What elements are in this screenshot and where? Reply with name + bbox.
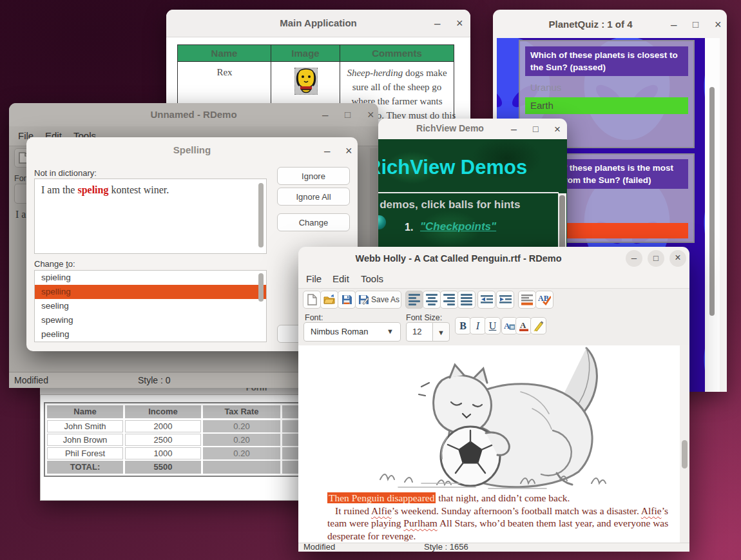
cell[interactable]: 2000 <box>125 420 201 432</box>
minimize-icon[interactable]: – <box>324 146 330 157</box>
cell[interactable]: 1000 <box>125 447 201 459</box>
font-combobox[interactable]: Nimbus Roman ▼ <box>303 322 401 342</box>
scrollbar-thumb[interactable] <box>709 87 715 316</box>
question-1-line1: Which of these planets is closest to <box>530 49 683 61</box>
suggestions-listbox[interactable]: spieling spelling seeling spewing peelin… <box>34 270 267 342</box>
minimize-icon[interactable]: – <box>322 110 328 121</box>
suggestion-item[interactable]: spewing <box>35 313 266 327</box>
statusbar: Modified Style : 1656 <box>298 543 689 552</box>
misspelled-textbox[interactable]: I am the speling kontest winer. <box>34 179 267 254</box>
text-color-button[interactable]: A <box>515 317 532 334</box>
minimize-button[interactable]: – <box>626 250 642 267</box>
close-icon[interactable]: × <box>345 145 352 157</box>
align-center-button[interactable] <box>423 291 441 309</box>
new-document-icon <box>307 294 317 305</box>
suggestion-item[interactable]: spieling <box>35 271 266 285</box>
change-to-post: o: <box>68 259 75 269</box>
cell[interactable]: Phil Forest <box>47 447 123 459</box>
maximize-icon[interactable]: □ <box>533 124 538 133</box>
menu-tools[interactable]: Tools <box>361 273 383 284</box>
checkpoints-link[interactable]: "Checkpoints" <box>420 220 496 233</box>
line1-rest: that night, and didn’t come back. <box>436 492 570 503</box>
save-as-icon <box>358 294 369 305</box>
suggestion-item[interactable]: seeling <box>35 299 266 313</box>
open-file-button[interactable] <box>320 291 338 309</box>
italic-button[interactable]: I <box>470 317 486 334</box>
document-text[interactable]: Then Penguin disappeared that night, and… <box>327 492 675 542</box>
status-modified: Modified <box>14 375 48 385</box>
cell-name[interactable]: Rex <box>178 67 271 78</box>
toolbar-main: Save As AB <box>298 288 689 311</box>
document-area[interactable]: Then Penguin disappeared that night, and… <box>298 345 689 543</box>
total-value: 5500 <box>125 461 201 474</box>
maximize-icon[interactable]: □ <box>345 110 351 119</box>
misspelled-purlham: Purlham <box>403 517 438 528</box>
hint-ball-icon[interactable] <box>378 215 386 229</box>
ignore-button[interactable]: Ignore <box>277 167 350 185</box>
cell[interactable]: 0.20 <box>203 420 280 432</box>
justify-button[interactable] <box>457 291 476 309</box>
document-scrollbar[interactable] <box>680 345 689 543</box>
menu-edit[interactable]: Edit <box>332 273 349 284</box>
change-button[interactable]: Change <box>277 213 350 231</box>
save-as-button[interactable]: Save As <box>355 291 401 309</box>
comment-italic: Sheep-herding <box>347 68 403 78</box>
dog-icon[interactable] <box>295 68 317 94</box>
font-value: Nimbus Roman <box>311 327 369 336</box>
suggestion-item[interactable]: peeling <box>35 327 266 342</box>
th-name: Name <box>47 405 123 418</box>
align-right-button[interactable] <box>440 291 458 309</box>
option-earth[interactable]: Earth <box>525 97 688 114</box>
chevron-down-icon[interactable]: ▼ <box>387 327 394 335</box>
spellcheck-button[interactable]: AB <box>535 291 553 309</box>
hint-subtitle: Click links for demos, click balls for h… <box>378 198 520 211</box>
option-uranus[interactable]: Uranus <box>530 82 561 93</box>
change-to-pre: Change <box>34 259 66 269</box>
minimize-icon[interactable]: – <box>511 124 517 135</box>
cell[interactable]: John Smith <box>47 420 123 432</box>
new-document-button[interactable] <box>303 291 321 309</box>
window-title: Main Application <box>166 17 470 28</box>
bold-button[interactable]: B <box>455 317 471 334</box>
window-title: PlanetQuiz : 1 of 4 <box>493 19 688 30</box>
menu-file[interactable]: File <box>306 273 322 284</box>
minimize-icon[interactable]: – <box>434 18 440 29</box>
maximize-button[interactable]: □ <box>648 250 664 267</box>
close-icon[interactable]: × <box>456 17 463 29</box>
line4: desperate for revenge. <box>327 530 675 543</box>
cell[interactable]: 2500 <box>125 434 201 446</box>
align-left-button[interactable] <box>405 291 423 309</box>
save-as-label: Save As <box>371 295 399 304</box>
maximize-icon[interactable]: □ <box>693 19 698 29</box>
font-dialog-icon: A <box>504 321 515 331</box>
italic-label: I <box>476 320 479 332</box>
line3-b: All Stars, who’d beaten them last year, … <box>438 517 668 528</box>
menubar: File Edit Tools <box>298 270 689 288</box>
font-size-dropdown-button[interactable]: ▼ <box>432 322 450 342</box>
font-size-input[interactable]: 12 <box>406 322 433 342</box>
cell[interactable]: 0.20 <box>203 447 280 459</box>
save-icon <box>342 294 352 305</box>
indent-button[interactable] <box>496 291 514 309</box>
close-icon[interactable]: × <box>367 109 374 121</box>
minimize-icon[interactable]: – <box>671 19 677 30</box>
scrollbar-thumb[interactable] <box>258 273 264 302</box>
scrollbar-thumb[interactable] <box>682 440 688 468</box>
quiz-scrollbar[interactable] <box>705 38 720 392</box>
scrollbar-thumb[interactable] <box>258 183 264 247</box>
underline-button[interactable]: U <box>485 317 501 334</box>
highlight-color-button[interactable] <box>530 317 546 334</box>
suggestion-item-selected[interactable]: spelling <box>35 285 266 299</box>
save-button[interactable] <box>338 291 356 309</box>
close-icon[interactable]: × <box>554 124 561 135</box>
paragraph-color-button[interactable] <box>518 291 536 309</box>
demos-heading: RichView Demos <box>378 156 527 179</box>
close-button[interactable]: × <box>669 250 686 267</box>
ignore-all-button[interactable]: Ignore All <box>277 188 350 206</box>
justify-icon <box>461 293 472 307</box>
cell[interactable]: John Brown <box>47 434 123 446</box>
close-icon[interactable]: × <box>715 19 722 30</box>
outdent-button[interactable] <box>477 291 496 309</box>
bold-label: B <box>459 320 467 332</box>
cell[interactable]: 0.20 <box>203 434 280 446</box>
